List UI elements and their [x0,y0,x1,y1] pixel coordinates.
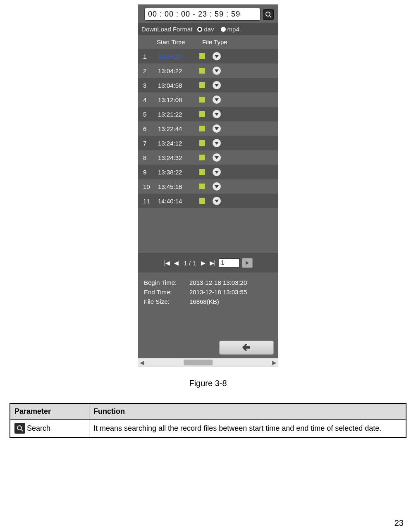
file-type-icon [199,111,205,117]
begin-time-value: 2013-12-18 13:03:20 [189,279,247,286]
row-index: 5 [143,111,158,118]
download-icon [215,55,219,58]
download-button[interactable] [213,81,221,89]
file-type-icon [199,82,205,88]
table-row[interactable]: 413:12:08 [138,92,278,107]
file-size-value: 16868(KB) [189,298,219,305]
table-header-function: Function [89,403,406,420]
radio-dav-label: dav [204,26,214,33]
download-icon [215,127,219,130]
row-time: 14:40:14 [158,198,199,205]
page-input[interactable]: 1 [219,258,239,267]
download-button[interactable] [213,95,221,104]
row-index: 6 [143,125,158,132]
row-index: 4 [143,96,158,103]
table-row[interactable]: 1013:45:18 [138,179,278,193]
download-icon [215,200,219,203]
row-time: 13:45:18 [158,183,199,190]
page-last-icon[interactable]: ▶| [209,260,217,266]
table-row[interactable]: 113:03:20 [138,49,278,63]
page-first-icon[interactable]: |◀ [163,260,171,266]
table-cell-function: It means searching all the record files … [89,420,406,438]
file-type-icon [199,198,205,204]
search-button[interactable] [263,9,274,20]
row-time: 13:04:22 [158,67,199,74]
file-type-icon [199,140,205,146]
page-go-button[interactable] [242,258,253,268]
download-button[interactable] [213,153,221,162]
row-index: 8 [143,154,158,161]
search-label: Search [27,424,50,433]
row-index: 2 [143,67,158,74]
download-format-row: DownLoad Format dav mp4 [138,23,278,35]
file-type-icon [199,68,205,74]
download-button[interactable] [213,197,221,205]
pager: |◀ ◀ 1 / 1 ▶ ▶| 1 [138,253,278,272]
row-index: 3 [143,82,158,89]
arrow-left-icon: 🡰 [242,343,251,353]
radio-mp4-label: mp4 [227,26,239,33]
download-icon [215,156,219,159]
file-type-icon [199,155,205,160]
radio-mp4[interactable] [221,27,226,32]
row-time: 13:03:20 [158,53,199,60]
playback-panel: 00 : 00 : 00 - 23 : 59 : 59 DownLoad For… [138,4,278,367]
row-time: 13:21:22 [158,111,199,118]
back-row: 🡰 [138,341,278,358]
row-time: 13:24:12 [158,140,199,147]
download-icon [215,113,219,116]
file-type-icon [199,126,205,131]
parameter-table: Parameter Function Search It means searc… [10,403,406,438]
row-index: 9 [143,169,158,176]
horizontal-scrollbar[interactable]: ◀ ▶ [138,358,278,367]
download-icon [215,98,219,101]
page-number: 23 [394,518,404,528]
download-format-label: DownLoad Format [141,26,192,33]
back-button[interactable]: 🡰 [219,341,274,355]
row-time: 13:22:44 [158,125,199,132]
table-row[interactable]: 813:24:32 [138,150,278,165]
table-row[interactable]: 913:38:22 [138,165,278,179]
download-icon [215,69,219,72]
row-index: 10 [143,183,158,190]
table-header-parameter: Parameter [10,403,89,420]
row-index: 7 [143,140,158,147]
download-button[interactable] [213,168,221,176]
download-icon [215,142,219,145]
page-next-icon[interactable]: ▶ [200,260,206,266]
download-button[interactable] [213,139,221,147]
arrow-right-icon [246,261,249,265]
time-range-input[interactable]: 00 : 00 : 00 - 23 : 59 : 59 [144,8,261,21]
header-file-type: File Type [202,38,274,45]
table-row[interactable]: 313:04:58 [138,78,278,92]
scroll-left-icon[interactable]: ◀ [139,360,145,365]
table-row[interactable]: 1114:40:14 [138,193,278,208]
table-row[interactable]: 513:21:22 [138,107,278,121]
file-info: Begin Time: 2013-12-18 13:03:20 End Time… [138,272,278,312]
row-time: 13:38:22 [158,169,199,176]
table-row[interactable]: 213:04:22 [138,63,278,78]
inline-search-icon [14,423,25,434]
download-icon [215,171,219,174]
download-button[interactable] [213,52,221,60]
search-icon [265,12,271,17]
download-button[interactable] [213,182,221,191]
radio-dav[interactable] [197,27,202,32]
file-type-icon [199,184,205,189]
page-prev-icon[interactable]: ◀ [173,260,179,266]
scroll-thumb[interactable] [184,360,213,365]
download-icon [215,84,219,87]
file-type-icon [199,53,205,59]
table-cell-parameter: Search [10,420,89,438]
row-index: 11 [143,198,158,205]
figure-caption: Figure 3-8 [0,379,416,388]
row-time: 13:04:58 [158,82,199,89]
scroll-right-icon[interactable]: ▶ [271,360,277,365]
download-button[interactable] [213,124,221,133]
download-button[interactable] [213,67,221,75]
header-start-time: Start Time [157,38,202,45]
table-row[interactable]: 613:22:44 [138,121,278,136]
download-button[interactable] [213,110,221,118]
table-row[interactable]: 713:24:12 [138,136,278,150]
list-header: Start Time File Type [138,35,278,49]
